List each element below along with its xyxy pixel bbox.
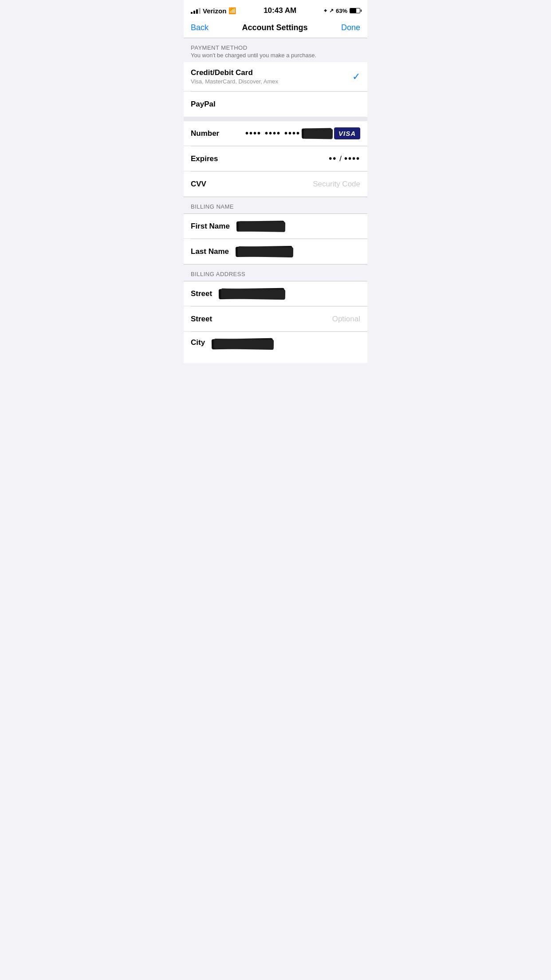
billing-name-header: BILLING NAME [184,197,367,214]
first-name-redacted [239,222,283,230]
billing-name-section: First Name Last Name [184,214,367,264]
city-value-area [205,338,360,348]
status-right: ⌖ ↗ 63% [324,8,360,14]
expires-value: •• / •••• [329,154,360,164]
battery-icon [350,8,360,13]
card-details-section: Number •••• •••• •••• VISA Expires •• / … [184,121,367,197]
billing-address-section: Street Street Optional City [184,281,367,363]
city-redacted [214,340,272,348]
credit-card-info: Credit/Debit Card Visa, MasterCard, Disc… [191,68,278,85]
street1-row[interactable]: Street [184,281,367,306]
city-label: City [191,338,205,347]
visa-badge: VISA [334,127,360,139]
last-name-redacted [238,248,291,256]
expires-year-dots: •••• [344,154,360,164]
cvv-label: CVV [191,180,206,189]
wifi-icon: 📶 [228,7,236,14]
back-button[interactable]: Back [191,23,209,32]
nav-bar: Back Account Settings Done [184,19,367,38]
first-name-row[interactable]: First Name [184,214,367,239]
number-label: Number [191,129,219,138]
card-number-redacted [304,130,331,138]
paypal-row[interactable]: PayPal [184,92,367,117]
done-button[interactable]: Done [341,23,360,32]
cvv-placeholder: Security Code [206,180,360,189]
expires-row[interactable]: Expires •• / •••• [184,146,367,171]
cvv-row[interactable]: CVV Security Code [184,172,367,197]
page-title: Account Settings [242,23,307,32]
card-number-area: •••• •••• •••• VISA [219,127,360,139]
selected-checkmark: ✓ [352,71,360,83]
billing-address-title: BILLING ADDRESS [191,271,360,277]
street2-placeholder: Optional [212,315,360,324]
credit-card-sublabel: Visa, MasterCard, Discover, Amex [191,78,278,85]
last-name-row[interactable]: Last Name [184,239,367,264]
expires-label: Expires [191,154,218,163]
location-arrow-icon: ↗ [329,8,334,14]
first-name-value-area [230,222,360,230]
billing-name-title: BILLING NAME [191,203,360,210]
credit-card-row[interactable]: Credit/Debit Card Visa, MasterCard, Disc… [184,62,367,91]
signal-bars [191,8,201,14]
street2-row[interactable]: Street Optional [184,307,367,332]
card-dots-2: •••• [265,128,281,138]
battery-percent: 63% [336,8,347,14]
payment-method-header: PAYMENT METHOD You won't be charged unti… [184,38,367,62]
status-left: Verizon 📶 [191,7,236,15]
location-icon: ⌖ [324,8,327,14]
street1-label: Street [191,289,212,298]
first-name-label: First Name [191,222,230,231]
street2-label: Street [191,315,212,324]
payment-method-options: Credit/Debit Card Visa, MasterCard, Disc… [184,62,367,117]
status-bar: Verizon 📶 10:43 AM ⌖ ↗ 63% [184,0,367,19]
city-row[interactable]: City [184,332,367,363]
section-gap [184,117,367,121]
carrier-label: Verizon [203,7,226,15]
expires-month-dots: •• [329,154,337,164]
status-time: 10:43 AM [264,6,296,15]
last-name-label: Last Name [191,247,229,256]
last-name-value-area [229,248,360,256]
billing-address-header: BILLING ADDRESS [184,264,367,281]
paypal-label: PayPal [191,100,216,109]
card-dots-1: •••• [245,128,261,138]
battery-fill [350,8,356,13]
card-number-row[interactable]: Number •••• •••• •••• VISA [184,121,367,146]
credit-card-label: Credit/Debit Card [191,68,278,77]
expires-slash: / [339,154,342,163]
card-dots-3: •••• [284,128,300,138]
payment-method-title: PAYMENT METHOD [191,44,360,51]
street1-redacted [221,290,283,298]
street1-value-area [212,290,360,298]
payment-method-subtitle: You won't be charged until you make a pu… [191,52,360,59]
